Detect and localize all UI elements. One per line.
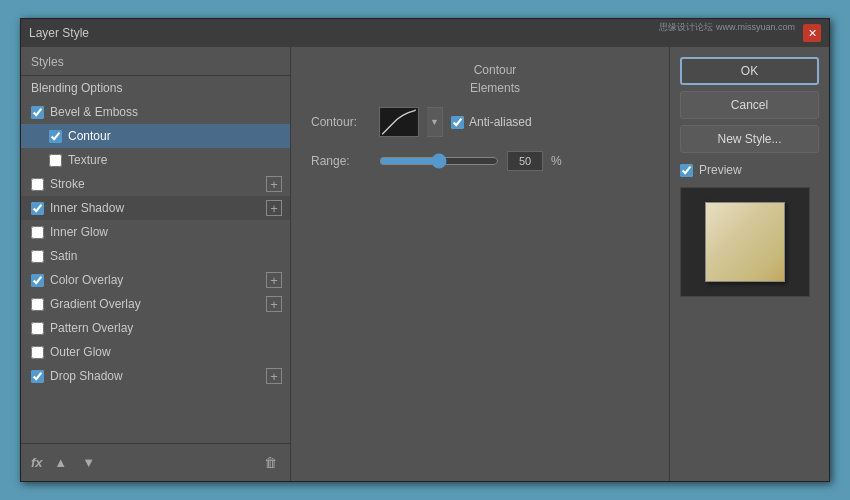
sidebar-item-drop-shadow[interactable]: Drop Shadow + xyxy=(21,364,290,388)
pattern-overlay-label: Pattern Overlay xyxy=(50,321,133,335)
satin-label: Satin xyxy=(50,249,77,263)
bottom-toolbar: fx ▲ ▼ 🗑 xyxy=(21,443,290,481)
drop-shadow-checkbox[interactable] xyxy=(31,370,44,383)
cancel-button[interactable]: Cancel xyxy=(680,91,819,119)
sidebar-item-texture[interactable]: Texture xyxy=(21,148,290,172)
sidebar-item-color-overlay[interactable]: Color Overlay + xyxy=(21,268,290,292)
contour-field-label: Contour: xyxy=(311,115,371,129)
sidebar-item-satin[interactable]: Satin xyxy=(21,244,290,268)
gradient-overlay-label: Gradient Overlay xyxy=(50,297,141,311)
bevel-emboss-checkbox[interactable] xyxy=(31,106,44,119)
inner-shadow-checkbox[interactable] xyxy=(31,202,44,215)
drop-shadow-label: Drop Shadow xyxy=(50,369,123,383)
delete-button[interactable]: 🗑 xyxy=(260,453,280,473)
inner-shadow-label: Inner Shadow xyxy=(50,201,124,215)
range-percent-label: % xyxy=(551,154,562,168)
sidebar-item-pattern-overlay[interactable]: Pattern Overlay xyxy=(21,316,290,340)
sidebar-item-inner-shadow[interactable]: Inner Shadow + xyxy=(21,196,290,220)
svg-rect-0 xyxy=(380,108,417,136)
contour-row: Contour: ▼ Anti-aliased xyxy=(311,107,649,137)
sidebar-item-gradient-overlay[interactable]: Gradient Overlay + xyxy=(21,292,290,316)
elements-section-label: Elements xyxy=(341,81,649,95)
dialog-body: Styles Blending Options Bevel & Emboss C… xyxy=(21,47,829,481)
close-button[interactable]: ✕ xyxy=(803,24,821,42)
inner-glow-checkbox[interactable] xyxy=(31,226,44,239)
sidebar-item-stroke[interactable]: Stroke + xyxy=(21,172,290,196)
move-up-button[interactable]: ▲ xyxy=(51,453,71,473)
stroke-label: Stroke xyxy=(50,177,85,191)
gradient-overlay-checkbox[interactable] xyxy=(31,298,44,311)
sidebar-item-contour[interactable]: Contour xyxy=(21,124,290,148)
watermark: 思缘设计论坛 www.missyuan.com xyxy=(655,19,799,36)
outer-glow-checkbox[interactable] xyxy=(31,346,44,359)
ok-button[interactable]: OK xyxy=(680,57,819,85)
range-field-label: Range: xyxy=(311,154,371,168)
contour-label: Contour xyxy=(68,129,111,143)
stroke-plus-button[interactable]: + xyxy=(266,176,282,192)
dialog-title: Layer Style xyxy=(29,26,89,40)
right-panel: OK Cancel New Style... Preview xyxy=(669,47,829,481)
center-panel: Contour Elements Contour: ▼ Anti-aliased xyxy=(291,47,669,481)
texture-checkbox[interactable] xyxy=(49,154,62,167)
color-overlay-label: Color Overlay xyxy=(50,273,123,287)
sidebar-item-bevel-emboss[interactable]: Bevel & Emboss xyxy=(21,100,290,124)
anti-alias-label: Anti-aliased xyxy=(469,115,532,129)
gradient-overlay-plus-button[interactable]: + xyxy=(266,296,282,312)
pattern-overlay-checkbox[interactable] xyxy=(31,322,44,335)
preview-thumbnail xyxy=(705,202,785,282)
preview-checkbox[interactable] xyxy=(680,164,693,177)
fx-button[interactable]: fx xyxy=(31,455,43,470)
stroke-checkbox[interactable] xyxy=(31,178,44,191)
sidebar-item-outer-glow[interactable]: Outer Glow xyxy=(21,340,290,364)
drop-shadow-plus-button[interactable]: + xyxy=(266,368,282,384)
layer-style-dialog: Layer Style ✕ 思缘设计论坛 www.missyuan.com St… xyxy=(20,18,830,482)
contour-preview-box[interactable] xyxy=(379,107,419,137)
sidebar-item-inner-glow[interactable]: Inner Glow xyxy=(21,220,290,244)
satin-checkbox[interactable] xyxy=(31,250,44,263)
blending-options-label: Blending Options xyxy=(31,81,122,95)
sidebar: Styles Blending Options Bevel & Emboss C… xyxy=(21,47,290,443)
preview-box xyxy=(680,187,810,297)
contour-section-label: Contour xyxy=(341,63,649,77)
texture-label: Texture xyxy=(68,153,107,167)
inner-shadow-plus-button[interactable]: + xyxy=(266,200,282,216)
color-overlay-plus-button[interactable]: + xyxy=(266,272,282,288)
preview-label: Preview xyxy=(699,163,742,177)
contour-dropdown-arrow[interactable]: ▼ xyxy=(427,107,443,137)
move-down-button[interactable]: ▼ xyxy=(79,453,99,473)
preview-row: Preview xyxy=(680,163,819,177)
anti-alias-checkbox[interactable] xyxy=(451,116,464,129)
anti-alias-row: Anti-aliased xyxy=(451,115,532,129)
left-panel: Styles Blending Options Bevel & Emboss C… xyxy=(21,47,291,481)
sidebar-item-blending-options[interactable]: Blending Options xyxy=(21,76,290,100)
outer-glow-label: Outer Glow xyxy=(50,345,111,359)
color-overlay-checkbox[interactable] xyxy=(31,274,44,287)
range-slider[interactable] xyxy=(379,153,499,169)
inner-glow-label: Inner Glow xyxy=(50,225,108,239)
contour-checkbox[interactable] xyxy=(49,130,62,143)
contour-text: Contour xyxy=(474,63,517,77)
bevel-emboss-label: Bevel & Emboss xyxy=(50,105,138,119)
new-style-button[interactable]: New Style... xyxy=(680,125,819,153)
range-row: Range: % xyxy=(311,151,649,171)
range-value-input[interactable] xyxy=(507,151,543,171)
styles-header: Styles xyxy=(21,47,290,76)
